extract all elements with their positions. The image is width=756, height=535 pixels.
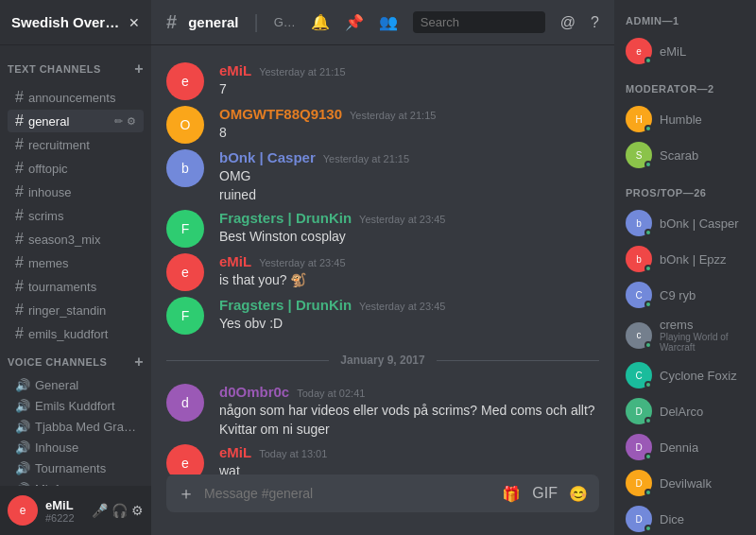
channel-label: inhouse: [28, 185, 72, 199]
member-info: crems Playing World of Warcraft: [660, 318, 745, 353]
sidebar-channel-inhouse[interactable]: #inhouse: [8, 181, 144, 203]
avatar-letter: e: [181, 265, 189, 280]
text-channels-label: Text CHANNELS: [8, 63, 101, 75]
sidebar-channel-emils_kuddfort[interactable]: #emils_kuddfort: [8, 322, 144, 345]
notifications-icon[interactable]: 🔔: [311, 13, 330, 31]
member-avatar-letter: D: [635, 514, 642, 525]
sidebar-channel-memes[interactable]: #memes: [8, 251, 144, 274]
voice-channel-item[interactable]: 🔊Emils Kuddfort: [8, 396, 144, 416]
voice-channel-item[interactable]: 🔊General: [8, 375, 144, 395]
speaker-icon: 🔊: [15, 461, 30, 475]
member-name: DelArco: [660, 405, 703, 419]
sidebar-channel-tournaments[interactable]: #tournaments: [8, 275, 144, 298]
member-item[interactable]: H Humble: [622, 102, 748, 136]
emoji-icon[interactable]: 😊: [569, 485, 588, 503]
channel-name: general: [188, 14, 238, 30]
member-section-title: MODERATOR—2: [622, 83, 748, 95]
message-content: bOnk | Casper Yesterday at 21:15 OMGruin…: [219, 149, 599, 204]
member-item[interactable]: D DelArco: [622, 394, 748, 428]
pin-icon[interactable]: 📌: [345, 13, 364, 31]
member-avatar-letter: D: [635, 478, 642, 489]
message-author[interactable]: d0Ombr0c: [219, 384, 289, 400]
avatar: O: [166, 106, 204, 144]
member-name: Devilwalk: [660, 476, 712, 491]
message-author[interactable]: bOnk | Casper: [219, 149, 316, 165]
gif-icon[interactable]: GIF: [532, 485, 558, 503]
avatar-letter: d: [181, 395, 189, 410]
member-item[interactable]: D Devilwalk: [622, 466, 748, 500]
member-avatar: c: [626, 322, 652, 349]
member-avatar-letter: H: [635, 114, 642, 125]
member-item[interactable]: D Dennia: [622, 430, 748, 464]
speaker-icon: 🔊: [15, 420, 30, 434]
add-channel-button[interactable]: +: [134, 60, 144, 78]
voice-channel-item[interactable]: 🔊Tournaments: [8, 458, 144, 478]
member-item[interactable]: c crems Playing World of Warcraft: [622, 314, 748, 356]
sidebar-channel-offtopic[interactable]: #offtopic: [8, 157, 144, 180]
members-icon[interactable]: 👥: [379, 13, 398, 31]
header-divider: |: [253, 11, 258, 33]
message-group: F Fragsters | DrunKin Yesterday at 23:45…: [151, 208, 614, 250]
message-content: eMiL Yesterday at 23:45 is that you? 🐒: [219, 253, 599, 291]
member-avatar-letter: c: [637, 330, 642, 340]
help-icon[interactable]: ?: [591, 14, 599, 31]
voice-channel-item[interactable]: 🔊Inhouse: [8, 438, 144, 457]
member-section: PROS/TOP—26 b bOnk | Casper b bOnk | Epz…: [622, 187, 748, 535]
user-name: eMiL: [45, 498, 92, 512]
hash-icon: #: [15, 325, 24, 342]
message-input[interactable]: [204, 486, 494, 501]
member-status-dot: [644, 265, 652, 272]
member-info: DelArco: [660, 405, 703, 419]
message-text: is that you? 🐒: [219, 271, 599, 290]
avatar: d: [166, 384, 204, 422]
deafen-icon[interactable]: 🎧: [112, 503, 128, 518]
member-section: MODERATOR—2 H Humble S Scarab: [622, 83, 748, 172]
sidebar-channel-ringer_standin[interactable]: #ringer_standin: [8, 299, 144, 321]
message-header: bOnk | Casper Yesterday at 21:15: [219, 149, 599, 165]
message-author[interactable]: Fragsters | DrunKin: [219, 297, 352, 313]
channel-hash-icon: #: [166, 11, 177, 33]
member-item[interactable]: b bOnk | Epzz: [622, 242, 748, 276]
message-group: F Fragsters | DrunKin Yesterday at 23:45…: [151, 295, 614, 337]
sidebar-channel-general[interactable]: #general✏⚙: [8, 110, 144, 132]
voice-channels-section: Voice Channels +: [0, 346, 151, 374]
sidebar-channel-season3_mix[interactable]: #season3_mix: [8, 228, 144, 250]
message-author[interactable]: eMiL: [219, 253, 251, 269]
message-author[interactable]: Fragsters | DrunKin: [219, 210, 352, 226]
sidebar-channel-recruitment[interactable]: #recruitment: [8, 133, 144, 156]
message-text: Yes obv :D: [219, 315, 599, 334]
member-name: crems: [660, 318, 745, 332]
sidebar-channel-announcements[interactable]: #announcements: [8, 86, 144, 109]
voice-channel-label: Inhouse: [35, 440, 78, 455]
member-item[interactable]: S Scarab: [622, 138, 748, 172]
attach-icon[interactable]: ＋: [178, 482, 195, 505]
search-input[interactable]: [413, 11, 545, 33]
member-item[interactable]: D Dice: [622, 502, 748, 535]
voice-channel-item[interactable]: 🔊Mix1: [8, 479, 144, 486]
server-header[interactable]: Swedish Overwatch ✕: [0, 0, 151, 45]
header-actions: 🔔 📌 👥 @ ?: [311, 11, 599, 33]
settings-icon[interactable]: ⚙: [127, 115, 136, 128]
at-icon[interactable]: @: [560, 14, 576, 31]
member-item[interactable]: e eMiL: [622, 34, 748, 68]
message-author[interactable]: eMiL: [219, 62, 251, 78]
mute-icon[interactable]: 🎤: [92, 503, 108, 518]
member-name: bOnk | Casper: [660, 216, 739, 231]
avatar-letter: e: [181, 456, 189, 471]
add-voice-channel-button[interactable]: +: [134, 354, 144, 371]
channel-label: general: [28, 114, 69, 129]
member-item[interactable]: C Cyclone Foxiz: [622, 358, 748, 392]
avatar: e: [166, 444, 204, 475]
gift-icon[interactable]: 🎁: [502, 485, 521, 503]
member-avatar-letter: D: [635, 406, 642, 417]
avatar: b: [166, 149, 204, 187]
message-author[interactable]: OMGWTF88Q9130: [219, 106, 342, 122]
edit-icon[interactable]: ✏: [114, 115, 123, 128]
user-settings-icon[interactable]: ⚙: [131, 503, 144, 518]
message-author[interactable]: eMiL: [219, 444, 251, 460]
member-item[interactable]: C C9 ryb: [622, 278, 748, 312]
sidebar-channel-scrims[interactable]: #scrims: [8, 204, 144, 227]
voice-channel-item[interactable]: 🔊Tjabba Med Grabbar (no...: [8, 417, 144, 437]
member-item[interactable]: b bOnk | Casper: [622, 206, 748, 240]
member-avatar: C: [626, 282, 652, 308]
